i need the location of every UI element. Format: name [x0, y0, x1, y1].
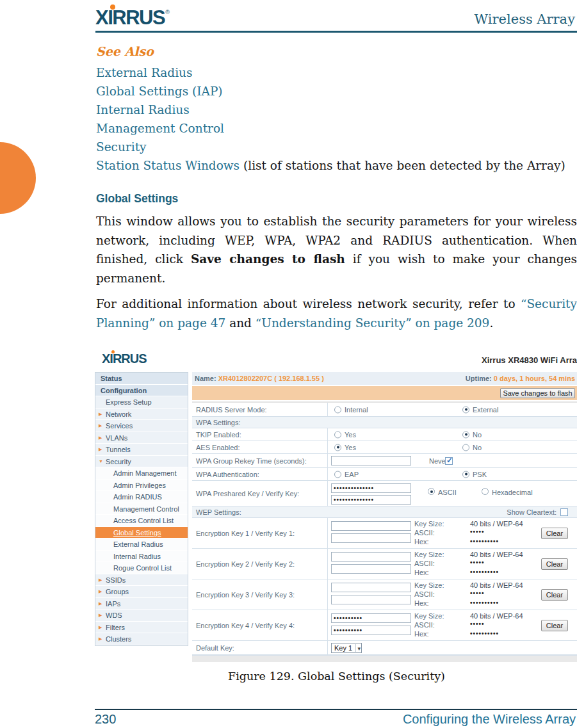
figure-caption: Figure 129. Global Settings (Security) — [96, 670, 577, 683]
sidebar-item-express-setup[interactable]: Express Setup — [95, 396, 188, 408]
sidebar-item-clusters[interactable]: ▶Clusters — [95, 633, 188, 645]
see-also-link[interactable]: Global Settings (IAP) — [96, 82, 565, 101]
sidebar-item-management-control[interactable]: Management Control — [95, 503, 188, 515]
verify-key-input[interactable] — [331, 495, 411, 505]
sidebar-item-label: Rogue Control List — [113, 564, 172, 572]
default-key-select[interactable]: Key 1 — [331, 643, 362, 653]
device-status-bar: Name: XR4012802207C ( 192.168.1.55 ) Upt… — [192, 372, 577, 385]
ascii-label: ASCII: — [414, 529, 435, 537]
radio-label: PSK — [473, 471, 487, 478]
link-understanding-security[interactable]: “Understanding Security” on page 209 — [256, 316, 490, 330]
sidebar-item-vlans[interactable]: ▶VLANs — [95, 432, 188, 444]
sidebar-item-global-settings[interactable]: Global Settings — [95, 527, 188, 539]
paragraph-text: and — [225, 316, 256, 330]
radio-psk[interactable] — [462, 471, 469, 478]
sidebar-item-label: VLANs — [106, 434, 127, 442]
radio-external[interactable] — [462, 406, 469, 413]
ascii-value: ••••• — [470, 528, 485, 535]
sidebar-item-access-control-list[interactable]: Access Control List — [95, 515, 188, 527]
clear-button[interactable]: Clear — [541, 620, 568, 631]
hex-label: Hex: — [414, 569, 429, 576]
sidebar-item-status[interactable]: Status — [95, 373, 188, 385]
xirrus-logo: XIRRUS® — [95, 6, 172, 32]
see-also-link[interactable]: Internal Radius — [96, 101, 565, 119]
sidebar-item-external-radius[interactable]: External Radius — [95, 538, 188, 551]
verify-key-input[interactable] — [331, 626, 411, 635]
clear-button[interactable]: Clear — [541, 528, 568, 539]
rekey-time-input[interactable] — [331, 456, 411, 465]
header-rule — [95, 31, 577, 33]
header-title: Wireless Array — [475, 12, 575, 27]
hex-value: •••••••••• — [470, 599, 499, 606]
sidebar-item-wds[interactable]: ▶WDS — [95, 610, 188, 622]
sidebar-item-tunnels[interactable]: ▶Tunnels — [95, 444, 188, 456]
sidebar-item-security[interactable]: ▼Security — [95, 456, 188, 468]
radio-ascii[interactable] — [428, 488, 435, 495]
sidebar-item-admin-radius[interactable]: Admin RADIUS — [95, 491, 188, 503]
sidebar-item-internal-radius[interactable]: Internal Radius — [95, 551, 188, 563]
see-also-link[interactable]: External Radius — [96, 63, 565, 82]
radio-internal[interactable] — [334, 406, 341, 413]
xirrus-logo-text: XIRRUS — [95, 6, 165, 29]
sidebar-item-admin-management[interactable]: Admin Management — [95, 467, 188, 480]
see-also-link[interactable]: Station Status Windows — [96, 159, 240, 172]
sidebar-item-label: Security — [106, 458, 131, 465]
logo-dot-icon — [111, 350, 115, 353]
sidebar-item-label: IAPs — [106, 600, 120, 608]
show-cleartext-checkbox[interactable] — [560, 508, 568, 516]
xirrus-ui-logo: XIRRUS — [102, 352, 147, 368]
aes-enabled-row: AES Enabled: Yes No — [192, 441, 577, 454]
key-size-label: Key Size: — [414, 551, 444, 558]
hex-value: •••••••••• — [470, 538, 499, 545]
device-uptime: Uptime: 0 days, 1 hours, 54 mins — [466, 372, 575, 385]
sidebar-item-rogue-control-list[interactable]: Rogue Control List — [95, 562, 188, 574]
clear-button[interactable]: Clear — [541, 589, 568, 601]
see-also-link[interactable]: Security — [96, 138, 565, 156]
column-divider — [327, 549, 328, 579]
ascii-label: ASCII: — [414, 590, 435, 598]
key-size-value: 40 bits / WEP-64 — [470, 520, 523, 528]
default-key-value: Key 1 — [334, 644, 352, 652]
encryption-key-input[interactable] — [331, 613, 411, 623]
verify-key-input[interactable] — [331, 564, 411, 574]
radio-label: Hexadecimal — [492, 489, 533, 496]
encryption-key-input[interactable] — [331, 583, 411, 592]
device-name: Name: XR4012802207C ( 192.168.1.55 ) — [195, 372, 324, 385]
radio-aes-yes[interactable] — [334, 444, 341, 451]
sidebar-item-label: WDS — [106, 611, 122, 619]
sidebar-item-groups[interactable]: ▶Groups — [95, 586, 188, 598]
save-changes-button[interactable]: Save changes to flash — [500, 388, 575, 398]
encryption-key-input[interactable] — [331, 521, 411, 531]
key-size-label: Key Size: — [414, 612, 444, 620]
radio-tkip-yes[interactable] — [334, 431, 341, 438]
sidebar-item-iaps[interactable]: ▶IAPs — [95, 598, 188, 610]
verify-key-input[interactable] — [331, 533, 411, 543]
verify-key-input[interactable] — [331, 595, 411, 604]
never-checkbox[interactable] — [445, 457, 453, 465]
radio-eap[interactable] — [334, 471, 341, 478]
sidebar-item-services[interactable]: ▶Services — [95, 420, 188, 432]
see-also-link[interactable]: Management Control — [96, 119, 565, 138]
encryption-key-input[interactable] — [331, 552, 411, 562]
paragraph-text: For additional information about wireles… — [96, 297, 521, 311]
hex-label: Hex: — [414, 538, 429, 546]
column-divider — [327, 454, 328, 467]
field-label: WPA Authentication: — [196, 471, 259, 478]
clear-button[interactable]: Clear — [541, 558, 568, 570]
wpa-authentication-row: WPA Authentication: EAP PSK — [192, 468, 577, 481]
sidebar-item-filters[interactable]: ▶Filters — [95, 622, 188, 634]
preshared-key-input[interactable] — [331, 483, 411, 493]
sidebar-item-label: Admin Management — [113, 469, 176, 477]
key-size-value: 40 bits / WEP-64 — [470, 551, 523, 558]
chevron-right-icon: ▶ — [99, 610, 102, 622]
xirrus-ui-logo-text: XIRRUS — [102, 352, 147, 366]
sidebar-item-admin-privileges[interactable]: Admin Privileges — [95, 480, 188, 492]
radio-aes-no[interactable] — [462, 444, 469, 451]
ascii-label: ASCII: — [414, 621, 435, 629]
sidebar-item-ssids[interactable]: ▶SSIDs — [95, 574, 188, 586]
radio-hexadecimal[interactable] — [482, 488, 489, 495]
radio-tkip-no[interactable] — [462, 431, 469, 438]
sidebar-item-configuration[interactable]: Configuration — [95, 385, 188, 397]
field-label: AES Enabled: — [196, 444, 240, 451]
sidebar-item-network[interactable]: ▶Network — [95, 408, 188, 421]
